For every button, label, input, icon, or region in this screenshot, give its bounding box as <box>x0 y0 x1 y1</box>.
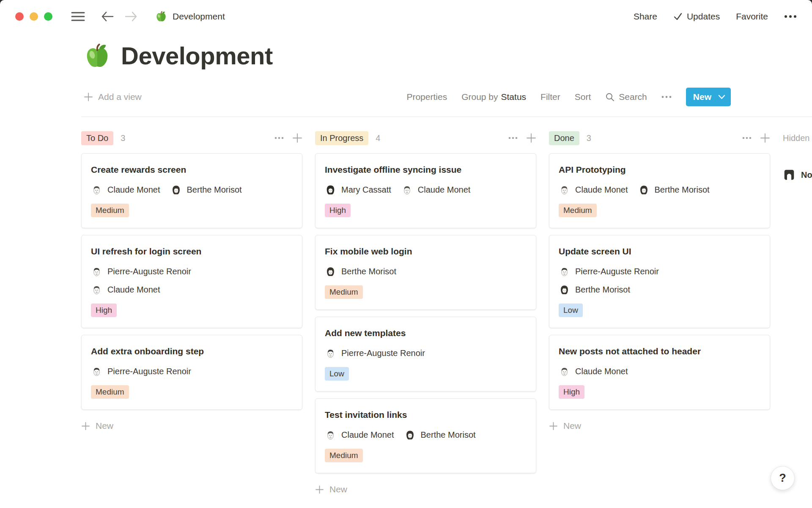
avatar-morisot-icon <box>404 429 416 441</box>
page-header: Development <box>0 33 812 70</box>
board-card[interactable]: API Prototyping Claude MonetBerthe Moris… <box>549 153 770 228</box>
avatar-renoir-icon <box>559 266 570 277</box>
close-window-button[interactable] <box>15 12 24 21</box>
board-card[interactable]: Investigate offline syncing issue Mary C… <box>315 153 536 228</box>
back-arrow-icon[interactable] <box>101 11 114 22</box>
sort-button[interactable]: Sort <box>575 92 591 102</box>
view-more-options-icon[interactable] <box>661 96 672 98</box>
column-status-pill[interactable]: To Do <box>81 131 113 145</box>
page-title: Development <box>121 41 273 70</box>
column-more-icon[interactable] <box>274 137 284 139</box>
card-list: Investigate offline syncing issue Mary C… <box>315 153 536 473</box>
page-icon-apple-large[interactable] <box>84 42 111 69</box>
assignee-renoir: Pierre-Auguste Renoir <box>91 266 191 277</box>
priority-tag: Low <box>559 304 583 317</box>
group-by-value: Status <box>501 92 527 102</box>
column-new-button[interactable]: New <box>315 484 347 494</box>
plus-icon <box>549 422 558 431</box>
share-button[interactable]: Share <box>634 11 657 22</box>
card-title: Create rewards screen <box>91 164 293 175</box>
board-card[interactable]: Update screen UI Pierre-Auguste RenoirBe… <box>549 235 770 328</box>
updates-button[interactable]: Updates <box>673 11 720 22</box>
board-column-done: Done 3 API Prototyping Claude MonetBerth… <box>549 130 770 431</box>
column-more-icon[interactable] <box>742 137 752 139</box>
card-title: UI refresh for login screen <box>91 246 293 257</box>
column-header: To Do 3 <box>81 130 302 146</box>
board-card[interactable]: Create rewards screen Claude MonetBerthe… <box>81 153 302 228</box>
board-column-to-do: To Do 3 Create rewards screen Claude Mon… <box>81 130 302 431</box>
hidden-columns-label[interactable]: Hidden columns <box>783 130 812 146</box>
view-toolbar: Add a view Properties Group byStatus Fil… <box>84 88 731 116</box>
priority-tag: Medium <box>325 449 363 462</box>
forward-arrow-icon[interactable] <box>125 11 137 22</box>
column-new-button[interactable]: New <box>549 421 581 431</box>
group-by-button[interactable]: Group byStatus <box>461 92 526 102</box>
favorite-button[interactable]: Favorite <box>736 11 768 22</box>
card-assignees: Pierre-Auguste Renoir <box>325 348 527 359</box>
checkmark-icon <box>673 12 683 21</box>
board-card[interactable]: UI refresh for login screen Pierre-Augus… <box>81 235 302 328</box>
column-add-icon[interactable] <box>292 133 302 143</box>
column-add-icon[interactable] <box>760 133 770 143</box>
card-list: Create rewards screen Claude MonetBerthe… <box>81 153 302 410</box>
assignee-name: Claude Monet <box>341 430 394 440</box>
board-card[interactable]: Test invitation links Claude MonetBerthe… <box>315 398 536 473</box>
assignee-cassatt: Mary Cassatt <box>325 184 391 196</box>
avatar-morisot-icon <box>170 184 182 196</box>
plus-icon <box>315 485 324 494</box>
column-new-button[interactable]: New <box>81 421 113 431</box>
add-view-button[interactable]: Add a view <box>84 92 142 102</box>
avatar-monet-icon <box>559 366 570 377</box>
assignee-morisot: Berthe Morisot <box>559 284 630 295</box>
assignee-morisot: Berthe Morisot <box>404 429 476 441</box>
column-more-icon[interactable] <box>508 137 518 139</box>
priority-tag: Medium <box>325 285 363 299</box>
help-button[interactable]: ? <box>771 466 795 490</box>
more-options-icon[interactable] <box>784 15 797 18</box>
column-status-pill[interactable]: In Progress <box>315 131 368 145</box>
breadcrumb[interactable]: Development <box>155 11 225 22</box>
column-header: In Progress 4 <box>315 130 536 146</box>
priority-tag: High <box>325 204 351 217</box>
column-add-icon[interactable] <box>526 133 536 143</box>
card-title: API Prototyping <box>559 164 760 175</box>
priority-tag: Medium <box>91 385 129 399</box>
card-assignees: Claude MonetBerthe Morisot <box>91 184 293 196</box>
assignee-renoir: Pierre-Auguste Renoir <box>91 366 191 377</box>
card-assignees: Berthe Morisot <box>325 266 527 277</box>
avatar-morisot-icon <box>638 184 650 196</box>
board-card[interactable]: New posts not attached to header Claude … <box>549 335 770 410</box>
card-title: New posts not attached to header <box>559 345 760 357</box>
board-card[interactable]: Fix mobile web login Berthe Morisot Medi… <box>315 235 536 310</box>
assignee-name: Pierre-Auguste Renoir <box>107 267 191 276</box>
avatar-monet-icon <box>559 184 570 196</box>
avatar-monet-icon <box>91 284 102 295</box>
new-button[interactable]: New <box>686 88 731 106</box>
plus-icon <box>84 92 93 102</box>
assignee-name: Claude Monet <box>418 185 471 195</box>
chevron-down-icon <box>718 94 725 99</box>
board-column-in-progress: In Progress 4 Investigate offline syncin… <box>315 130 536 494</box>
question-mark-icon: ? <box>779 472 786 485</box>
assignee-morisot: Berthe Morisot <box>170 184 242 196</box>
filter-button[interactable]: Filter <box>540 92 560 102</box>
board-card[interactable]: Add extra onboarding step Pierre-Auguste… <box>81 335 302 410</box>
zoom-window-button[interactable] <box>44 12 52 21</box>
priority-tag: Low <box>325 367 349 381</box>
assignee-renoir: Pierre-Auguste Renoir <box>559 266 659 277</box>
minimize-window-button[interactable] <box>30 12 38 21</box>
hidden-group-no-status[interactable]: No Status <box>783 168 812 181</box>
sidebar-menu-icon[interactable] <box>71 11 85 22</box>
priority-tag: High <box>559 385 584 399</box>
card-title: Investigate offline syncing issue <box>325 164 527 175</box>
avatar-renoir-icon <box>91 266 102 277</box>
assignee-name: Berthe Morisot <box>655 185 710 195</box>
board-card[interactable]: Add new templates Pierre-Auguste Renoir … <box>315 317 536 392</box>
search-button[interactable]: Search <box>605 92 647 102</box>
properties-button[interactable]: Properties <box>406 92 447 102</box>
assignee-name: Pierre-Auguste Renoir <box>341 348 425 358</box>
card-title: Test invitation links <box>325 409 527 420</box>
column-status-pill[interactable]: Done <box>549 131 579 145</box>
priority-tag: Medium <box>559 204 597 217</box>
card-assignees: Pierre-Auguste RenoirClaude Monet <box>91 266 293 295</box>
